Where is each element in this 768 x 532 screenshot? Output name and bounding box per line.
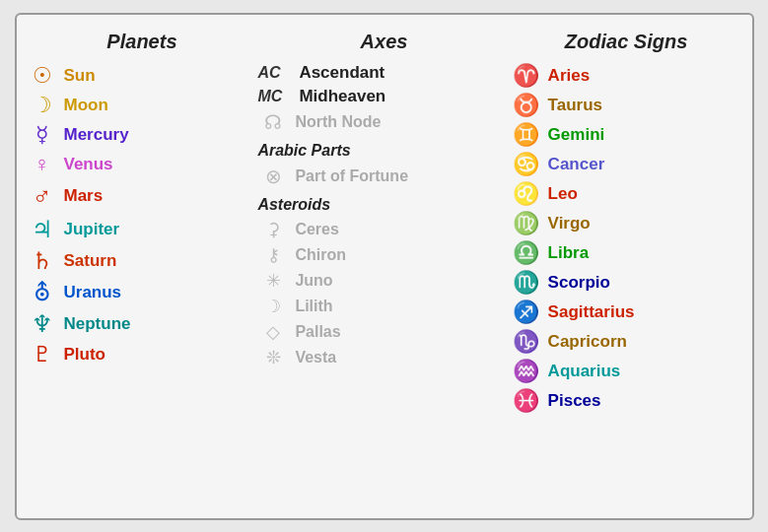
list-item: ⛢ Uranus [27, 279, 258, 306]
lilith-icon: ☽ [257, 296, 289, 317]
aries-icon: ♈ [511, 63, 542, 89]
pisces-icon: ♓ [511, 388, 542, 414]
axes-header: Axes [257, 31, 510, 53]
northnode-icon: ☊ [257, 110, 289, 134]
aquarius-label: Aquarius [548, 362, 621, 381]
vesta-icon: ❊ [257, 347, 289, 368]
planets-column: Planets ☉ Sun ☽ Moon ☿ Mercury ♀ Venus ♂… [27, 31, 258, 508]
sun-icon: ☉ [27, 63, 58, 89]
neptune-icon: ♆ [27, 310, 58, 338]
scorpio-icon: ♏ [511, 270, 542, 296]
asteroids-header: Asteroids [257, 196, 510, 214]
midheaven-symbol: MC [257, 88, 293, 105]
partoffortune-label: Part of Fortune [295, 167, 408, 185]
aquarius-icon: ♒ [511, 359, 542, 384]
list-item: ♂ Mars [27, 181, 258, 212]
venus-label: Venus [64, 155, 113, 174]
list-item: ♊ Gemini [511, 122, 742, 148]
list-item: ☽ Lilith [257, 296, 510, 317]
mars-icon: ♂ [27, 181, 58, 212]
uranus-icon: ⛢ [27, 279, 58, 306]
list-item: ♋ Cancer [511, 152, 742, 177]
neptune-label: Neptune [64, 314, 131, 334]
list-item: ♆ Neptune [27, 310, 258, 338]
list-item: ♐ Sagittarius [511, 299, 742, 325]
scorpio-label: Scorpio [548, 273, 610, 293]
list-item: ♑ Capricorn [511, 329, 742, 355]
mars-label: Mars [64, 186, 104, 206]
list-item: ♃ Jupiter [27, 216, 258, 243]
juno-label: Juno [295, 272, 332, 290]
list-item: ☊ North Node [257, 110, 510, 134]
lilith-label: Lilith [295, 298, 332, 315]
capricorn-label: Capricorn [548, 332, 627, 352]
list-item: ☿ Mercury [27, 122, 258, 148]
saturn-label: Saturn [64, 251, 117, 271]
mercury-icon: ☿ [27, 122, 58, 148]
cancer-label: Cancer [548, 155, 605, 174]
moon-icon: ☽ [27, 93, 58, 118]
mercury-label: Mercury [64, 125, 129, 145]
uranus-label: Uranus [64, 283, 122, 302]
arabic-parts-header: Arabic Parts [257, 142, 510, 160]
virgo-label: Virgo [548, 214, 591, 233]
gemini-label: Gemini [548, 125, 605, 145]
jupiter-icon: ♃ [27, 216, 58, 243]
northnode-label: North Node [295, 113, 381, 131]
leo-icon: ♌ [511, 181, 542, 207]
taurus-icon: ♉ [511, 93, 542, 118]
planets-header: Planets [27, 31, 258, 53]
libra-icon: ♎ [511, 240, 542, 266]
juno-icon: ✳ [257, 270, 289, 292]
moon-label: Moon [64, 96, 108, 115]
list-item: ⊗ Part of Fortune [257, 165, 510, 188]
aries-label: Aries [548, 66, 591, 86]
ascendant-label: Ascendant [299, 63, 384, 83]
pluto-label: Pluto [64, 345, 106, 365]
zodiac-column: Zodiac Signs ♈ Aries ♉ Taurus ♊ Gemini ♋… [511, 31, 742, 508]
saturn-icon: ♄ [27, 247, 58, 275]
gemini-icon: ♊ [511, 122, 542, 148]
list-item: ♓ Pisces [511, 388, 742, 414]
list-item: MC Midheaven [257, 87, 510, 106]
list-item: AC Ascendant [257, 63, 510, 83]
vesta-label: Vesta [295, 349, 336, 366]
cancer-icon: ♋ [511, 152, 542, 177]
list-item: ♏ Scorpio [511, 270, 742, 296]
list-item: ⚷ Chiron [257, 244, 510, 266]
main-card: Planets ☉ Sun ☽ Moon ☿ Mercury ♀ Venus ♂… [15, 13, 754, 520]
capricorn-icon: ♑ [511, 329, 542, 355]
libra-label: Libra [548, 243, 590, 263]
list-item: ♉ Taurus [511, 93, 742, 118]
virgo-icon: ♍ [511, 211, 542, 236]
list-item: ♌ Leo [511, 181, 742, 207]
chiron-icon: ⚷ [257, 244, 289, 266]
list-item: ♒ Aquarius [511, 359, 742, 384]
list-item: ❊ Vesta [257, 347, 510, 368]
sagittarius-icon: ♐ [511, 299, 542, 325]
list-item: ☽ Moon [27, 93, 258, 118]
midheaven-label: Midheaven [299, 87, 385, 106]
list-item: ☉ Sun [27, 63, 258, 89]
list-item: ◇ Pallas [257, 321, 510, 343]
chiron-label: Chiron [295, 246, 346, 264]
list-item: ♈ Aries [511, 63, 742, 89]
sagittarius-label: Sagittarius [548, 302, 635, 322]
pisces-label: Pisces [548, 391, 601, 411]
ceres-label: Ceres [295, 221, 338, 238]
list-item: ✳ Juno [257, 270, 510, 292]
jupiter-label: Jupiter [64, 220, 120, 239]
list-item: ⚳ Ceres [257, 219, 510, 240]
pluto-icon: ♇ [27, 342, 58, 367]
list-item: ♇ Pluto [27, 342, 258, 367]
taurus-label: Taurus [548, 96, 602, 115]
list-item: ♍ Virgo [511, 211, 742, 236]
sun-label: Sun [64, 66, 96, 86]
partoffortune-icon: ⊗ [257, 165, 289, 188]
pallas-icon: ◇ [257, 321, 289, 343]
venus-icon: ♀ [27, 152, 58, 177]
list-item: ♄ Saturn [27, 247, 258, 275]
axes-column: Axes AC Ascendant MC Midheaven ☊ North N… [257, 31, 510, 508]
leo-label: Leo [548, 184, 578, 204]
ascendant-symbol: AC [257, 64, 293, 82]
